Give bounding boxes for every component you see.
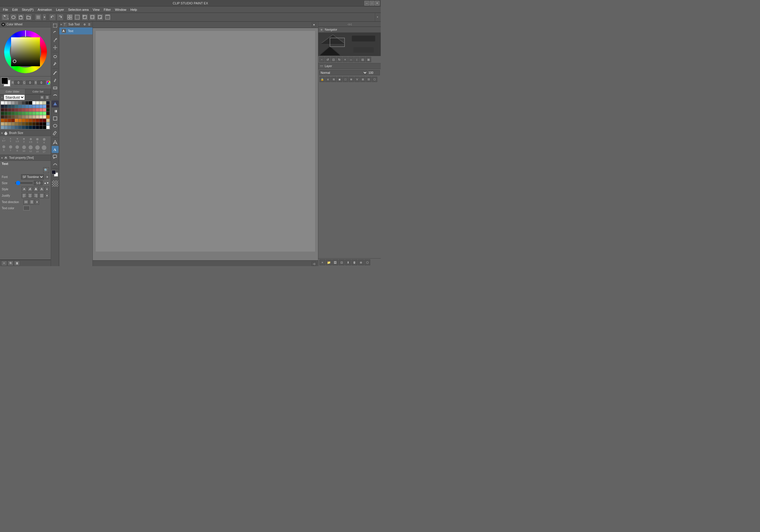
layer-clip-btn[interactable]: ⧉	[331, 77, 336, 82]
color-circle-icon[interactable]	[46, 80, 51, 85]
palette-color-cell[interactable]	[43, 115, 46, 119]
foreground-color-swatch[interactable]	[1, 77, 8, 84]
g-value-input[interactable]	[26, 80, 34, 85]
layer-lock-btn[interactable]: 🔒	[319, 77, 325, 82]
menu-animation[interactable]: Animation	[36, 7, 54, 12]
palette-color-cell[interactable]	[32, 126, 36, 129]
layer-ref-btn[interactable]: ◉	[337, 77, 342, 82]
palette-color-cell[interactable]	[29, 112, 32, 115]
brush-size-item[interactable]: 8	[14, 144, 21, 154]
nav-extra2[interactable]: ⊠	[366, 57, 371, 62]
palette-color-cell[interactable]	[11, 126, 15, 129]
sub-tool-menu[interactable]: ☰	[87, 23, 91, 26]
palette-color-cell[interactable]	[8, 122, 11, 125]
palette-color-cell[interactable]	[46, 122, 50, 125]
font-select[interactable]: SF Toontime	[21, 174, 44, 179]
palette-color-cell[interactable]	[8, 115, 11, 119]
expand-button[interactable]: ▾	[42, 14, 46, 21]
text-color-swatch[interactable]	[24, 206, 30, 211]
layer-extra3-btn[interactable]: ⬡	[372, 77, 377, 82]
style-regular-button[interactable]: A	[22, 186, 27, 192]
grid-select-button[interactable]	[66, 14, 73, 21]
open-button[interactable]	[25, 14, 32, 21]
palette-color-cell[interactable]	[4, 101, 8, 105]
palette-color-cell[interactable]	[15, 112, 18, 115]
layer-extra2bot-btn[interactable]: ⬡	[364, 260, 370, 265]
palette-color-cell[interactable]	[43, 105, 46, 108]
nav-fit[interactable]: ⊡	[331, 57, 336, 62]
palette-color-cell[interactable]	[39, 101, 43, 105]
canvas-dropdown[interactable]: ▾	[375, 13, 380, 21]
brush2-tool-button[interactable]	[52, 77, 59, 84]
menu-edit[interactable]: Edit	[11, 7, 20, 12]
color-set-tab[interactable]: Color Set	[25, 89, 51, 94]
palette-color-cell[interactable]	[32, 105, 36, 108]
pen-tool-button[interactable]	[52, 60, 59, 68]
palette-color-cell[interactable]	[15, 101, 18, 105]
palette-color-cell[interactable]	[29, 119, 32, 122]
palette-color-cell[interactable]	[43, 126, 46, 129]
palette-color-cell[interactable]	[11, 119, 15, 122]
add-tool-button[interactable]: +	[1, 261, 7, 266]
layer-alpha-btn[interactable]: α	[325, 77, 331, 82]
menu-help[interactable]: Help	[129, 7, 139, 12]
palette-color-cell[interactable]	[1, 122, 4, 125]
nav-extra1[interactable]: ⊟	[360, 57, 365, 62]
palette-color-cell[interactable]	[8, 105, 11, 108]
palette-color-cell[interactable]	[4, 108, 8, 112]
palette-color-cell[interactable]	[19, 112, 22, 115]
layer-vector-btn[interactable]: V	[355, 77, 360, 82]
palette-color-cell[interactable]	[32, 119, 36, 122]
palette-color-cell[interactable]	[19, 105, 22, 108]
canvas-path-dropdown[interactable]: ▾	[311, 23, 316, 27]
palette-color-cell[interactable]	[32, 115, 36, 119]
r-value-input[interactable]	[14, 80, 23, 85]
ruler-tool-button[interactable]	[52, 129, 59, 137]
palette-expand[interactable]: ≡	[1, 96, 3, 99]
palette-color-cell[interactable]	[15, 119, 18, 122]
speech-bubble-button[interactable]	[52, 153, 59, 160]
palette-color-cell[interactable]	[39, 122, 43, 125]
brush1-tool-button[interactable]	[52, 70, 59, 76]
layer-merge-btn[interactable]: ⬇	[345, 260, 351, 265]
close-button[interactable]: ✕	[375, 1, 380, 6]
menu-file[interactable]: File	[1, 7, 10, 12]
figure-tool-button[interactable]	[52, 115, 59, 122]
justify-center-button[interactable]	[27, 193, 33, 198]
color-wheel-ring[interactable]	[3, 29, 48, 74]
palette-color-cell[interactable]	[4, 115, 8, 119]
palette-color-cell[interactable]	[1, 101, 4, 105]
layer-mask-btn[interactable]: □	[343, 77, 348, 82]
palette-color-cell[interactable]	[46, 126, 50, 129]
palette-color-cell[interactable]	[19, 119, 22, 122]
palette-color-cell[interactable]	[8, 119, 11, 122]
palette-color-cell[interactable]	[1, 126, 4, 129]
palette-color-cell[interactable]	[1, 115, 4, 119]
brush-size-item[interactable]: 4	[41, 137, 47, 144]
palette-color-cell[interactable]	[29, 122, 32, 125]
palette-color-cell[interactable]	[25, 101, 28, 105]
menu-window[interactable]: Window	[113, 7, 128, 12]
style-bold-button[interactable]: A	[33, 186, 38, 192]
rotate-tool-button[interactable]	[52, 29, 59, 36]
brush-size-item[interactable]: 12	[27, 144, 34, 154]
palette-color-cell[interactable]	[19, 122, 22, 125]
checker-swatch[interactable]	[52, 180, 58, 187]
b-value-input[interactable]	[37, 80, 45, 85]
duplicate-tool-button[interactable]: ⧉	[8, 261, 14, 266]
layer-add-btn[interactable]: +	[319, 260, 325, 265]
palette-color-cell[interactable]	[22, 122, 25, 125]
palette-color-cell[interactable]	[36, 101, 39, 105]
nav-flip-h[interactable]: ↔	[348, 57, 354, 62]
ellipse-tool-button[interactable]	[52, 122, 59, 129]
arrow-tool-button[interactable]	[52, 139, 59, 146]
layer-delete-btn[interactable]: 🗑	[352, 260, 357, 265]
canvas[interactable]	[93, 28, 318, 260]
text-dir-more-button[interactable]: ▾	[35, 199, 39, 205]
layer-add-raster-btn[interactable]: 🖼	[332, 260, 338, 265]
palette-color-cell[interactable]	[32, 112, 36, 115]
redo-button[interactable]	[57, 14, 64, 21]
palette-color-cell[interactable]	[46, 101, 50, 105]
palette-color-cell[interactable]	[8, 101, 11, 105]
palette-color-cell[interactable]	[25, 119, 28, 122]
